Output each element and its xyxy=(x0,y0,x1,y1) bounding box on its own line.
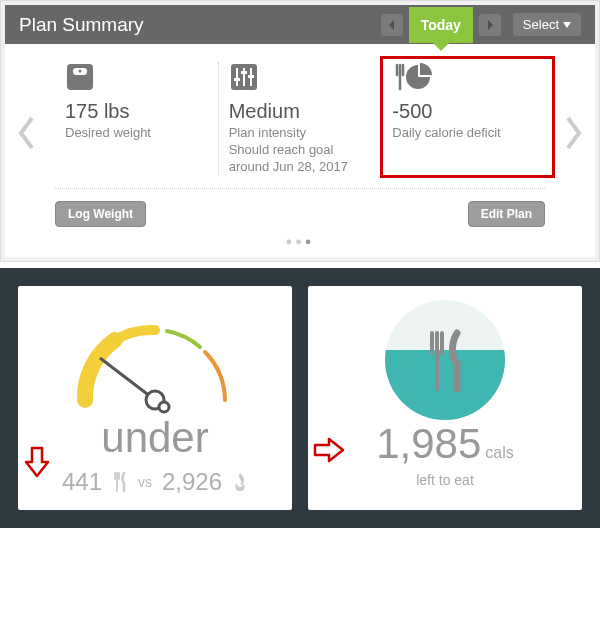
intensity-value: Medium xyxy=(229,100,372,123)
desired-weight-block: 175 lbs Desired weight xyxy=(55,62,218,176)
meal-icon xyxy=(392,62,535,92)
deficit-value: -500 xyxy=(392,100,535,123)
intensity-label: Plan intensity xyxy=(229,125,372,142)
svg-point-2 xyxy=(79,70,82,73)
scale-icon xyxy=(65,62,208,92)
svg-point-12 xyxy=(159,402,169,412)
log-weight-button[interactable]: Log Weight xyxy=(55,201,146,227)
prev-day-button[interactable] xyxy=(381,14,403,36)
select-date-button[interactable]: Select xyxy=(513,13,581,36)
svg-rect-0 xyxy=(67,64,93,90)
edit-plan-button[interactable]: Edit Plan xyxy=(468,201,545,227)
consumed-value: 441 xyxy=(62,468,102,496)
intensity-note: Should reach goal around Jun 28, 2017 xyxy=(229,142,372,176)
fork-knife-icon xyxy=(112,472,128,492)
svg-rect-7 xyxy=(234,78,240,81)
weight-value: 175 lbs xyxy=(65,100,208,123)
deficit-block: -500 Daily calorie deficit xyxy=(381,62,545,176)
next-day-button[interactable] xyxy=(479,14,501,36)
burned-value: 2,926 xyxy=(162,468,222,496)
deficit-label: Daily calorie deficit xyxy=(392,125,535,142)
calorie-gauge-widget: under 441 vs 2,926 xyxy=(18,286,292,510)
plate-icon xyxy=(318,300,572,420)
carousel-prev[interactable] xyxy=(17,116,37,157)
svg-rect-15 xyxy=(385,350,505,425)
calories-unit: cals xyxy=(485,444,513,461)
weight-label: Desired weight xyxy=(65,125,208,142)
svg-rect-8 xyxy=(241,71,247,74)
today-button[interactable]: Today xyxy=(409,7,473,43)
page-title: Plan Summary xyxy=(19,14,379,36)
calories-left-widget: 1,985cals left to eat xyxy=(308,286,582,510)
carousel-next[interactable] xyxy=(563,116,583,157)
svg-rect-4 xyxy=(236,68,238,86)
calories-label: left to eat xyxy=(318,472,572,488)
svg-rect-9 xyxy=(248,75,254,78)
header-bar: Plan Summary Today Select xyxy=(5,5,595,44)
sliders-icon xyxy=(229,62,372,92)
gauge-status: under xyxy=(28,414,282,462)
carousel-dots[interactable]: ●●● xyxy=(15,235,585,247)
calories-remaining: 1,985 xyxy=(376,420,481,467)
intensity-block: Medium Plan intensity Should reach goal … xyxy=(218,62,382,176)
gauge-icon xyxy=(28,300,282,420)
flame-icon xyxy=(232,472,248,492)
vs-label: vs xyxy=(138,474,152,490)
svg-rect-5 xyxy=(243,68,245,86)
